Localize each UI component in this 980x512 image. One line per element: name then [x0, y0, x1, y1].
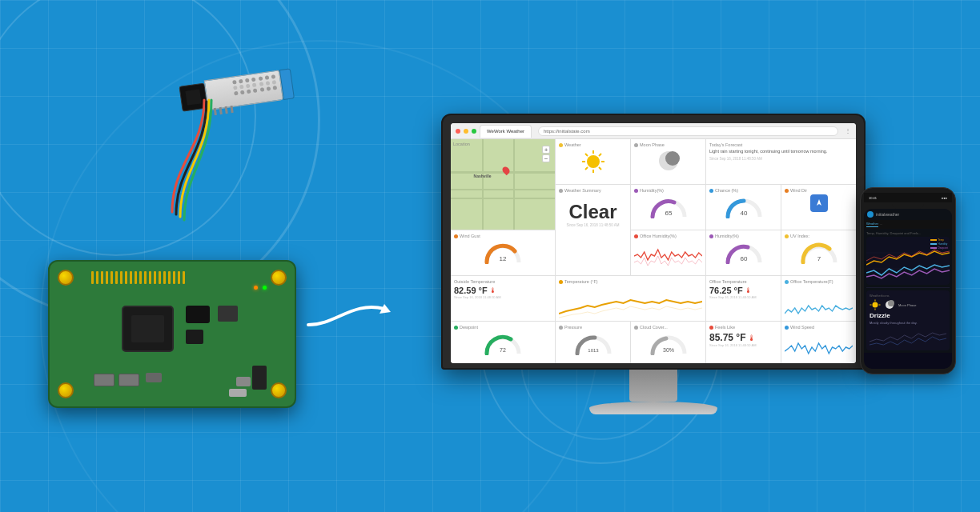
- weather-indicator: [559, 143, 563, 147]
- screw-br: [271, 382, 287, 398]
- office-temp-chart-cell: Office Temperature(F): [781, 276, 856, 321]
- phone-app-icon: [867, 211, 874, 218]
- svg-line-8: [599, 154, 601, 156]
- wind-gust-label: Wind Gust: [454, 234, 552, 238]
- fl-indicator: [709, 326, 713, 330]
- phone-status-bar: 10:41 ●●●: [864, 193, 952, 202]
- svg-point-29: [888, 300, 894, 306]
- chance-indicator: [709, 189, 713, 193]
- drizzle-text: Drizzle: [870, 312, 946, 319]
- svg-point-1: [587, 155, 600, 168]
- svg-point-23: [873, 302, 878, 308]
- phone-tab-active[interactable]: Weather: [866, 222, 878, 227]
- office-temp-fire: 🌡: [745, 286, 752, 294]
- wind-gust-gauge: 12: [483, 240, 523, 264]
- phone-content-area: Temp, Humidity, Dewpoint and Feels...: [864, 229, 952, 353]
- sd-card-slot: [229, 389, 247, 397]
- cloud-cover-gauge: 30%: [649, 331, 689, 355]
- cc-indicator: [634, 326, 638, 330]
- weather-summary-label: Weather Summary: [559, 188, 627, 193]
- ws-chart-label: Wind Speed: [785, 325, 853, 330]
- url-text: https://initialstate.com: [544, 129, 590, 134]
- weather-condition-since: Since Sep 16, 2018 11:48:50 AM: [559, 223, 627, 227]
- wind-speed-chart: [785, 331, 853, 359]
- office-temp-chart-svg: [785, 286, 853, 321]
- wind-gust-cell: Wind Gust 12: [451, 230, 555, 275]
- wind-speed-chart-cell: Wind Speed: [781, 322, 856, 363]
- dashboard-grid: Location Nashville: [451, 139, 856, 363]
- fl-since: Since Sep 16, 2018 11:48:50 AM: [709, 343, 777, 347]
- url-bar[interactable]: https://initialstate.com: [538, 126, 838, 136]
- phone-app-header: initialweather: [864, 209, 952, 220]
- svg-point-11: [665, 151, 680, 166]
- otc-indicator: [785, 280, 789, 284]
- monitor-bezel: WeWork Weather https://initialstate.com …: [441, 114, 866, 370]
- desktop-monitor: WeWork Weather https://initialstate.com …: [441, 114, 866, 414]
- camera-connector: [252, 366, 267, 390]
- location-label: Location: [453, 142, 470, 146]
- window-control-red[interactable]: [456, 129, 460, 134]
- screw-tr: [271, 270, 287, 286]
- outside-temp-row: 82.59 °F 🌡: [454, 286, 552, 295]
- phone-chart-area: Temp Humidity Dewpoint: [866, 237, 950, 285]
- pressure-gauge: 1013: [573, 331, 613, 355]
- led-orange: [254, 286, 258, 290]
- humidity-gauge-row3: Humidity(%) 60: [706, 230, 781, 275]
- cloud-cover-cell: Cloud Cover... 30%: [631, 322, 705, 363]
- weather-label: Weather: [559, 142, 627, 147]
- svg-text:30%: 30%: [662, 347, 673, 353]
- data-flow-arrow: [304, 285, 392, 352]
- svg-line-9: [585, 167, 588, 170]
- hdmi-port: [146, 373, 162, 382]
- legend-temp: Temp: [930, 238, 948, 242]
- uv-gauge: 7: [799, 240, 839, 264]
- svg-text:40: 40: [740, 210, 747, 217]
- humidity-label: Humidity(%): [634, 188, 702, 193]
- sun-icon: [580, 149, 606, 174]
- temp-chart-label: Temperature (°F): [559, 279, 702, 284]
- outside-temp-cell: Outside Temperature 82.59 °F 🌡 Since Sep…: [451, 276, 555, 321]
- humidity-gauge: 65: [649, 194, 689, 218]
- window-control-green[interactable]: [472, 129, 476, 134]
- office-humidity-chart-cell: Office Humidity(%): [631, 230, 705, 275]
- svg-text:1013: 1013: [588, 348, 599, 353]
- browser-menu[interactable]: ⋮: [845, 127, 851, 134]
- zoom-out-button[interactable]: −: [542, 154, 550, 162]
- svg-text:12: 12: [500, 255, 507, 262]
- browser-tab[interactable]: WeWork Weather: [480, 125, 532, 138]
- svg-text:72: 72: [500, 347, 506, 353]
- led-green: [263, 286, 267, 290]
- monitor-stand-neck: [629, 370, 677, 402]
- phone-body: 10:41 ●●● initialweather Weather ...: [860, 187, 956, 374]
- phone-divider: [866, 287, 950, 288]
- dew-label: Dewpoint: [454, 325, 552, 330]
- secondary-chip: [186, 306, 210, 323]
- phone-chart-legend: Temp Humidity Dewpoint: [930, 238, 948, 250]
- dewpoint-gauge: 72: [483, 331, 523, 355]
- screw-bl: [58, 382, 74, 398]
- moon-label: Moon Phase: [634, 142, 702, 147]
- wd-indicator: [785, 189, 789, 193]
- phone-weather-section: WeatherIcons: [866, 290, 950, 350]
- phone-tab-inactive[interactable]: ...: [880, 222, 882, 227]
- feels-like-value: 85.75 °F: [709, 332, 746, 343]
- soc-chip: [122, 306, 174, 352]
- tab-label: WeWork Weather: [487, 129, 524, 134]
- wind-dir-icon: [810, 194, 828, 212]
- map-zoom-controls: + −: [542, 146, 550, 162]
- humidity-cell: Humidity(%) 65: [631, 185, 705, 230]
- window-control-yellow[interactable]: [464, 129, 468, 134]
- city-label: Nashville: [474, 174, 492, 178]
- hardware-illustration: [24, 0, 360, 512]
- temp-chart-svg: [559, 286, 702, 321]
- zoom-in-button[interactable]: +: [542, 146, 550, 154]
- sensor-wires: [156, 68, 316, 228]
- map-view: Nashville + −: [451, 139, 555, 230]
- svg-line-6: [585, 154, 588, 156]
- map-cell: Location Nashville: [451, 139, 555, 230]
- wind-dir-cell: Wind Dir: [781, 185, 856, 230]
- main-container: WeWork Weather https://initialstate.com …: [0, 0, 980, 512]
- legend-hum: Humidity: [930, 242, 948, 246]
- pressure-cell: Pressure 1013: [556, 322, 630, 363]
- phone-moon-label: Moon Phase: [898, 303, 916, 307]
